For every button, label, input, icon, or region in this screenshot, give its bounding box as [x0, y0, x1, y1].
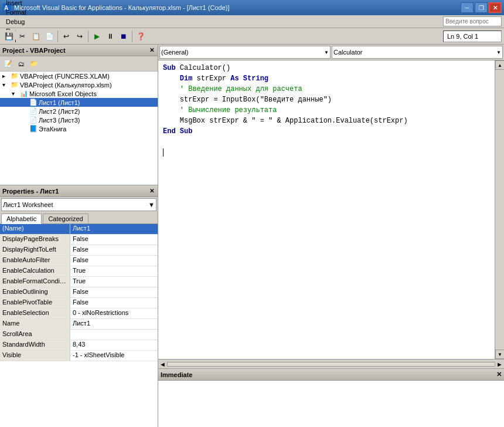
tree-item-1[interactable]: ▾📁VBAProject (Калькулятор.xlsm) — [0, 80, 158, 89]
tree-item-0[interactable]: ▸📁VBAProject (FUNCRES.XLAM) — [0, 72, 158, 80]
tb-paste-button[interactable]: 📄 — [43, 30, 56, 43]
tree-node-icon: 📊 — [20, 90, 28, 97]
toolbar-separator-3 — [132, 30, 132, 42]
code-scrollbar-horizontal[interactable]: ◄ ► — [158, 359, 504, 368]
prop-tab-alphabetic[interactable]: Alphabetic — [1, 214, 42, 224]
code-editor[interactable]: Sub Calculator() Dim strExpr As String '… — [158, 60, 495, 359]
calculator-dropdown-arrow: ▼ — [496, 50, 501, 55]
code-line-8 — [163, 147, 490, 158]
project-panel-title: Project - VBAProject — [2, 47, 148, 54]
prop-name: Visible — [0, 351, 70, 361]
calculator-dropdown[interactable]: Calculator ▼ — [332, 46, 503, 59]
prop-row-4[interactable]: EnableCalculationTrue — [0, 266, 158, 277]
prop-row-9[interactable]: NameЛист1 — [0, 319, 158, 330]
code-line-6: End Sub — [163, 126, 490, 137]
code-line-7 — [163, 137, 490, 147]
toolbar: 💾 ✂ 📋 📄 ↩ ↪ ▶ ⏸ ⏹ ❓ Ln 9, Col 1 — [0, 28, 504, 45]
search-input[interactable] — [443, 16, 502, 26]
scroll-right-button[interactable]: ► — [496, 361, 503, 368]
prop-row-1[interactable]: DisplayPageBreaksFalse — [0, 235, 158, 245]
tb-save-button[interactable]: 💾 — [2, 30, 15, 43]
scroll-track — [495, 70, 504, 350]
project-panel-header: Project - VBAProject ✕ — [0, 45, 158, 56]
minimize-button[interactable]: ─ — [461, 2, 474, 13]
immediate-panel-close[interactable]: ✕ — [496, 371, 502, 378]
menu-bar: FileEditViewInsertFormatDebugRunToolsAdd… — [0, 15, 504, 28]
prop-row-10[interactable]: ScrollArea — [0, 330, 158, 340]
tb-stop-button[interactable]: ⏹ — [117, 30, 130, 43]
general-dropdown-arrow: ▼ — [324, 50, 329, 55]
menu-item-insert[interactable]: Insert — [2, 0, 32, 8]
prop-name: DisplayRightToLeft — [0, 245, 70, 255]
tb-cut-button[interactable]: ✂ — [16, 30, 29, 43]
toolbar-separator-2 — [88, 30, 88, 42]
tb-help-button[interactable]: ❓ — [134, 30, 147, 43]
tree-node-icon: 📘 — [29, 125, 38, 133]
tb-undo-button[interactable]: ↩ — [60, 30, 73, 43]
prop-row-11[interactable]: StandardWidth8,43 — [0, 340, 158, 351]
tb-redo-button[interactable]: ↪ — [73, 30, 86, 43]
prop-tab-categorized[interactable]: Categorized — [43, 214, 88, 223]
prop-row-7[interactable]: EnablePivotTableFalse — [0, 298, 158, 309]
scroll-left-button[interactable]: ◄ — [159, 361, 166, 368]
property-object-dropdown[interactable]: Лист1 Worksheet ▼ — [1, 198, 156, 211]
tree-toggle[interactable]: ▸ — [2, 73, 9, 79]
scroll-up-button[interactable]: ▲ — [495, 60, 504, 70]
tree-node-label: Лист2 (Лист2) — [39, 108, 80, 115]
calculator-dropdown-label: Calculator — [333, 49, 363, 56]
tree-item-4[interactable]: 📄Лист2 (Лист2) — [0, 107, 158, 116]
prop-row-12[interactable]: Visible-1 - xlSheetVisible — [0, 351, 158, 361]
close-button[interactable]: ✕ — [489, 2, 502, 13]
prop-row-8[interactable]: EnableSelection0 - xlNoRestrictions — [0, 309, 158, 319]
property-object-label: Лист1 Worksheet — [3, 201, 53, 208]
menu-item-format[interactable]: Format — [2, 8, 32, 17]
tb-copy-button[interactable]: 📋 — [29, 30, 42, 43]
tree-toggle[interactable]: ▾ — [12, 90, 19, 97]
prop-name: EnableOutlining — [0, 287, 70, 297]
prop-value: Лист1 — [70, 319, 158, 329]
prop-name: EnableSelection — [0, 309, 70, 318]
prop-value: True — [70, 266, 158, 276]
immediate-content[interactable] — [158, 381, 504, 427]
tree-item-2[interactable]: ▾📊Microsoft Excel Objects — [0, 89, 158, 98]
tree-node-icon: 📄 — [29, 107, 38, 115]
proj-view-object-button[interactable]: 🗂 — [15, 58, 27, 70]
project-tree: ▸📁VBAProject (FUNCRES.XLAM)▾📁VBAProject … — [0, 72, 158, 185]
property-grid: (Name)Лист1DisplayPageBreaksFalseDisplay… — [0, 224, 158, 427]
proj-folder-button[interactable]: 📁 — [28, 58, 40, 70]
prop-row-6[interactable]: EnableOutliningFalse — [0, 287, 158, 298]
tb-pause-button[interactable]: ⏸ — [104, 30, 117, 43]
tree-toggle[interactable]: ▾ — [2, 82, 9, 88]
prop-row-5[interactable]: EnableFormatConditionTrue — [0, 277, 158, 287]
menu-item-debug[interactable]: Debug — [2, 17, 32, 26]
properties-panel-close-button[interactable]: ✕ — [148, 188, 155, 194]
prop-value: 8,43 — [70, 340, 158, 350]
tree-item-5[interactable]: 📄Лист3 (Лист3) — [0, 116, 158, 124]
property-object-arrow: ▼ — [148, 201, 155, 208]
code-scrollbar-vertical[interactable]: ▲ ▼ — [495, 60, 504, 359]
h-scroll-track — [167, 362, 495, 367]
immediate-panel-header: Immediate ✕ — [158, 369, 504, 381]
prop-value: False — [70, 287, 158, 297]
tree-item-3[interactable]: 📄Лист1 (Лист1) — [0, 98, 158, 107]
project-panel-close-button[interactable]: ✕ — [148, 47, 155, 53]
tb-run-button[interactable]: ▶ — [90, 30, 103, 43]
general-dropdown[interactable]: (General) ▼ — [159, 46, 331, 59]
title-bar: A Microsoft Visual Basic for Application… — [0, 0, 504, 15]
project-toolbar: 📝 🗂 📁 — [0, 56, 158, 72]
restore-button[interactable]: ❐ — [475, 2, 488, 13]
prop-row-0[interactable]: (Name)Лист1 — [0, 224, 158, 235]
prop-row-2[interactable]: DisplayRightToLeftFalse — [0, 245, 158, 256]
left-panel: Project - VBAProject ✕ 📝 🗂 📁 ▸📁VBAProjec… — [0, 45, 158, 427]
code-line-4: ' Вычисление результата — [163, 105, 490, 116]
property-tabs: AlphabeticCategorized — [0, 212, 158, 224]
prop-row-3[interactable]: EnableAutoFilterFalse — [0, 256, 158, 266]
prop-name: (Name) — [0, 224, 70, 234]
tree-item-6[interactable]: 📘ЭтаКнига — [0, 124, 158, 133]
project-panel: Project - VBAProject ✕ 📝 🗂 📁 ▸📁VBAProjec… — [0, 45, 158, 185]
code-panel: (General) ▼ Calculator ▼ Sub Calculator(… — [158, 45, 504, 427]
proj-view-code-button[interactable]: 📝 — [2, 58, 14, 70]
scroll-down-button[interactable]: ▼ — [495, 350, 504, 359]
search-area — [443, 16, 502, 26]
code-line-3: strExpr = InputBox("Введите данные") — [163, 94, 490, 105]
